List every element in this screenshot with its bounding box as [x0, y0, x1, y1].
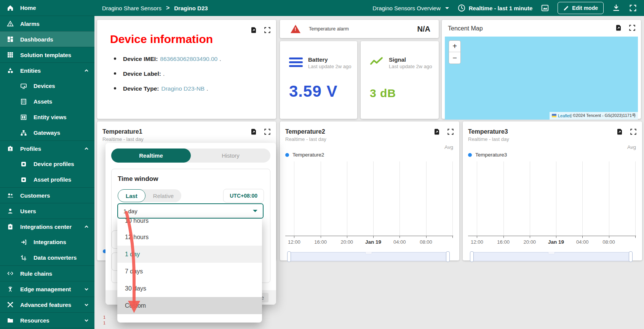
image-icon[interactable]	[541, 4, 549, 12]
sidebar-item-label: Resources	[20, 317, 50, 324]
sidebar-item-profiles[interactable]: Profiles	[0, 141, 94, 156]
edit-mode-button[interactable]: Edit mode	[558, 2, 604, 14]
fullscreen-icon[interactable]	[629, 4, 637, 12]
chart-legend[interactable]: Temperature3	[468, 152, 636, 158]
option-10-hours[interactable]: 10 hours	[117, 219, 262, 228]
zoom-out-button[interactable]: −	[449, 52, 460, 64]
sidebar-item-home[interactable]: Home	[0, 0, 94, 16]
sidebar-item-integrations[interactable]: Integrations	[0, 234, 94, 250]
chart-subtitle: Realtime - last day	[468, 136, 636, 142]
expand-widget-icon[interactable]	[264, 27, 271, 34]
map-canvas[interactable]: + − Leaflet | ©2024 Tencent - GS(2023)11…	[445, 37, 638, 120]
aggregation-label: Avg	[627, 144, 636, 150]
option-custom[interactable]: Custom	[117, 297, 262, 314]
sidebar-item-gateways[interactable]: Gateways	[0, 125, 94, 141]
sidebar-item-label: Integrations	[34, 239, 66, 245]
last-relative-toggle: Last Relative	[118, 189, 181, 202]
slider-right-handle[interactable]	[629, 251, 633, 262]
timezone-button[interactable]: UTC+08:00	[223, 189, 264, 203]
chevron-down-icon	[84, 286, 89, 292]
chevron-down-icon	[84, 302, 89, 307]
option-7-days[interactable]: 7 days	[117, 263, 262, 280]
option-12-hours[interactable]: 12 hours	[117, 228, 262, 246]
gateways-icon	[20, 129, 27, 137]
sidebar-item-device-profiles[interactable]: Device profiles	[0, 156, 94, 172]
slider-grip[interactable]	[365, 252, 372, 254]
chevron-down-icon	[84, 318, 89, 323]
slider-left-handle[interactable]	[470, 251, 474, 262]
toggle-relative[interactable]: Relative	[145, 189, 181, 202]
sidebar-item-alarms[interactable]: Alarms	[0, 16, 94, 31]
time-range-slider[interactable]	[288, 252, 449, 261]
chart-title: Temperature1	[102, 128, 270, 135]
sidebar-item-label: Rule chains	[20, 270, 52, 277]
dashboards-icon	[6, 35, 14, 43]
zoom-in-button[interactable]: +	[449, 41, 460, 52]
sidebar-item-entity-views[interactable]: Entity views	[0, 109, 94, 125]
sidebar-item-data-converters[interactable]: Data converters	[0, 250, 94, 265]
export-data-icon[interactable]	[615, 24, 622, 31]
axis-tick	[609, 236, 609, 238]
sidebar-item-entities[interactable]: Entities	[0, 62, 94, 78]
sidebar-item-customers[interactable]: Customers	[0, 187, 94, 203]
option-30-days[interactable]: 30 days	[117, 280, 262, 297]
sidebar-item-asset-profiles[interactable]: Asset profiles	[0, 172, 94, 187]
sidebar-item-label: Device profiles	[34, 161, 74, 167]
expand-widget-icon[interactable]	[264, 128, 271, 135]
sidebar-item-integrations-center[interactable]: Integrations center	[0, 219, 94, 234]
export-data-icon[interactable]	[616, 128, 623, 135]
timewindow-dropdown: 10 hours12 hours1 day7 days30 daysCustom	[117, 219, 262, 323]
axis-tick	[452, 236, 453, 238]
axis-label-fragment: 1	[103, 315, 105, 319]
expand-widget-icon[interactable]	[629, 24, 636, 31]
sidebar-item-dashboards[interactable]: Dashboards	[0, 31, 94, 47]
rule-chains-icon	[6, 270, 14, 277]
tab-realtime[interactable]: Realtime	[111, 149, 191, 163]
sidebar-item-solution-templates[interactable]: Solution templates	[0, 47, 94, 62]
slider-left-handle[interactable]	[287, 251, 291, 262]
leaflet-link[interactable]: Leaflet	[558, 113, 570, 118]
sidebar-item-users[interactable]: Users	[0, 203, 94, 219]
tab-history[interactable]: History	[191, 149, 270, 163]
option-label: Custom	[125, 302, 146, 309]
x-tick-label: Jan 19	[365, 239, 381, 245]
device-info-suffix: .	[219, 56, 221, 62]
expand-widget-icon[interactable]	[447, 128, 454, 135]
sidebar-item-rule-chains[interactable]: Rule chains	[0, 265, 94, 281]
sidebar-item-devices[interactable]: Devices	[0, 78, 94, 94]
map-attribution: Leaflet | ©2024 Tencent - GS(2023)1171号	[550, 112, 638, 120]
export-data-icon[interactable]	[250, 27, 257, 34]
download-icon[interactable]	[612, 4, 620, 12]
gridline	[347, 161, 347, 236]
export-data-icon[interactable]	[433, 128, 440, 135]
device-info-label: Device Type:	[123, 85, 159, 92]
slider-right-handle[interactable]	[446, 251, 450, 262]
signal-value: 3 dB	[370, 87, 439, 100]
sidebar-item-resources[interactable]: Resources	[0, 312, 94, 328]
sidebar-item-edge-management[interactable]: Edge management	[0, 281, 94, 297]
slider-grip[interactable]	[548, 252, 555, 254]
breadcrumb-root[interactable]: Dragino Share Sensors	[102, 5, 161, 11]
axis-tick	[321, 236, 321, 238]
sidebar-item-label: Gateways	[34, 129, 60, 136]
option-1-day[interactable]: 1 day	[117, 246, 262, 263]
dashboard-state-select[interactable]: Dragino Sensors Overview	[372, 5, 449, 11]
sidebar-item-assets[interactable]: Assets	[0, 94, 94, 109]
toggle-last[interactable]: Last	[118, 189, 145, 202]
bullet-icon	[114, 72, 116, 75]
expand-widget-icon[interactable]	[630, 128, 637, 135]
device-info-value: Dragino D23-NB	[161, 85, 205, 92]
timewindow-button[interactable]: Realtime - last 1 minute	[457, 4, 533, 12]
signal-trend-icon	[370, 56, 384, 66]
sidebar-item-label: Customers	[20, 192, 50, 199]
timewindow-select[interactable]: 1 day	[117, 203, 264, 219]
sidebar-item-advanced-features[interactable]: Advanced features	[0, 297, 94, 312]
gridline	[477, 161, 477, 236]
gridline	[530, 161, 530, 236]
time-range-slider[interactable]	[471, 252, 631, 261]
breadcrumb-current: Dragino D23	[174, 5, 208, 11]
chart-legend[interactable]: Temperature2	[285, 152, 453, 158]
export-data-icon[interactable]	[250, 128, 257, 135]
axis-tick	[400, 236, 400, 238]
sidebar-item-label: Solution templates	[20, 52, 71, 58]
